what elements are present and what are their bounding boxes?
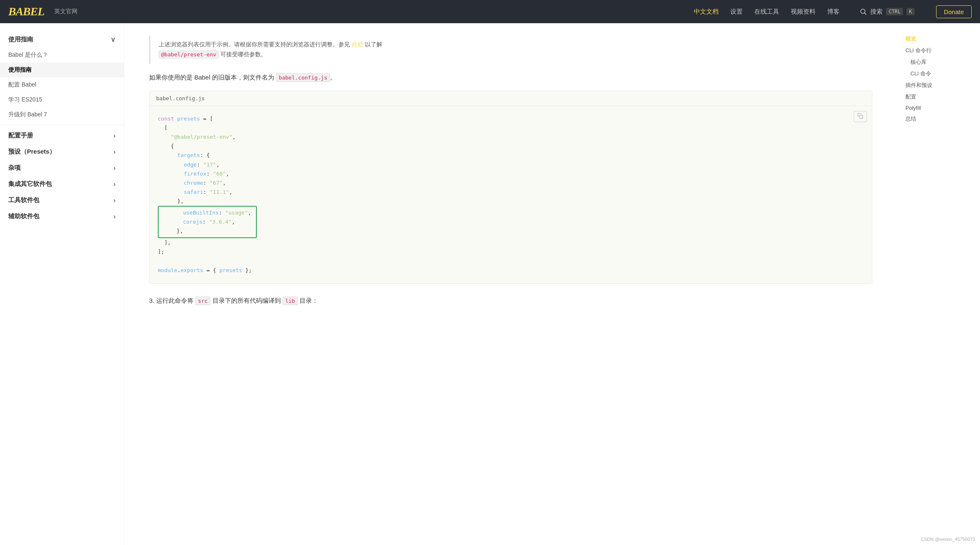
copy-icon (857, 113, 863, 119)
kbd-k: K (906, 8, 914, 15)
sidebar-item-label: 升级到 Babel 7 (8, 111, 47, 118)
paragraph-end: 。 (330, 74, 336, 81)
chevron-right-icon: › (113, 213, 116, 220)
sidebar-section-presets[interactable]: 预设（Presets） › (0, 144, 124, 160)
sidebar-item-label: 使用指南 (8, 66, 31, 74)
highlighted-code: useBuiltIns: "usage", corejs: "3.6.4", }… (164, 208, 251, 236)
english-site-link[interactable]: 英文官网 (54, 8, 77, 15)
toc-item-overview[interactable]: 概览 (901, 33, 976, 45)
sidebar-section-title: 配置手册 (8, 132, 33, 140)
section-3-heading: 3. 运行此命令将 src 目录下的所有代码编译到 lib 目录： (149, 295, 872, 306)
search-icon (859, 8, 867, 15)
kbd-ctrl: CTRL (886, 8, 903, 15)
paragraph-text: 如果你使用的是 Babel 的旧版本，则文件名为 (149, 74, 276, 81)
note-link[interactable]: 此处 (352, 41, 363, 48)
toc-item-summary[interactable]: 总结 (901, 113, 976, 125)
toc-item-polyfill[interactable]: Polyfill (901, 103, 976, 113)
sidebar-section-integrations[interactable]: 集成其它软件包 › (0, 176, 124, 192)
toc-item-config[interactable]: 配置 (901, 91, 976, 103)
svg-point-0 (861, 9, 865, 14)
toc-item-core[interactable]: 核心库 (901, 56, 976, 68)
page-layout: 使用指南 ∨ Babel 是什么？ 使用指南 配置 Babel 学习 ES201… (0, 23, 980, 545)
sidebar-item-label: 学习 ES2015 (8, 96, 42, 104)
nav-link-settings[interactable]: 设置 (730, 8, 743, 16)
section3-end: 目录： (298, 297, 318, 304)
nav-links: 中文文档 设置 在线工具 视频资料 博客 搜索 CTRL K Donate (694, 5, 972, 18)
chevron-right-icon: › (113, 197, 116, 204)
note-text2: 以了解 (363, 41, 382, 48)
sidebar-section-title-guide: 使用指南 (8, 36, 33, 43)
sidebar-section-helpers[interactable]: 辅助软件包 › (0, 208, 124, 224)
code-pre: const presets = [ [ "@babel/preset-env",… (158, 114, 864, 206)
paragraph-old-version: 如果你使用的是 Babel 的旧版本，则文件名为 babel.config.js… (149, 72, 872, 83)
toc-item-plugins-presets[interactable]: 插件和预设 (901, 80, 976, 91)
sidebar-section-guide: 使用指南 ∨ Babel 是什么？ 使用指南 配置 Babel 学习 ES201… (0, 31, 124, 122)
toc-item-cli-command[interactable]: CLI 命令 (901, 68, 976, 80)
svg-rect-2 (859, 115, 863, 118)
section3-code2: lib (282, 297, 298, 305)
chevron-right-icon: › (113, 148, 116, 156)
sidebar-section-title: 集成其它软件包 (8, 180, 52, 188)
code-block-filename: babel.config.js (150, 91, 872, 106)
main-content: 上述浏览器列表仅用于示例。请根据你所需要支持的浏览器进行调整。参见 此处 以了解… (124, 23, 897, 545)
sidebar-item-label: Babel 是什么？ (8, 51, 48, 59)
chevron-right-icon: › (113, 181, 116, 188)
toc-item-cli-cmd[interactable]: CLI 命令行 (901, 45, 976, 56)
nav-link-docs[interactable]: 中文文档 (694, 8, 719, 16)
sidebar-section-header-guide[interactable]: 使用指南 ∨ (0, 31, 124, 48)
code-block-babel-config: babel.config.js const presets = [ [ "@ba… (149, 91, 872, 284)
nav-link-videos[interactable]: 视频资料 (791, 8, 816, 16)
section3-code1: src (195, 297, 210, 305)
code-pre-end: ], ]; module.exports = { presets }; (158, 238, 864, 275)
svg-line-1 (865, 13, 867, 14)
nav-link-blog[interactable]: 博客 (827, 8, 840, 16)
paragraph-inline-code: babel.config.js (276, 73, 330, 82)
highlight-box: useBuiltIns: "usage", corejs: "3.6.4", }… (158, 206, 257, 238)
sidebar-section-title: 杂项 (8, 164, 21, 172)
sidebar-divider-1 (0, 125, 124, 125)
chevron-right-icon: › (113, 164, 116, 172)
copy-button[interactable] (854, 111, 867, 122)
sidebar-item-label: 配置 Babel (8, 81, 36, 89)
code-block-body: const presets = [ [ "@babel/preset-env",… (150, 106, 872, 283)
note-block: 上述浏览器列表仅用于示例。请根据你所需要支持的浏览器进行调整。参见 此处 以了解… (149, 36, 872, 64)
logo[interactable]: BABEL (8, 5, 44, 18)
sidebar-item-usage-guide[interactable]: 使用指南 (0, 63, 124, 77)
note-text: 上述浏览器列表仅用于示例。请根据你所需要支持的浏览器进行调整。参见 (159, 41, 352, 48)
search-label[interactable]: 搜索 (870, 8, 883, 16)
right-toc: 概览 CLI 命令行 核心库 CLI 命令 插件和预设 配置 Polyfill … (901, 29, 976, 129)
note-inline-code: @babel/preset-env (159, 51, 219, 58)
footer-attribution: CSDN @weixin_45750073 (921, 537, 975, 542)
sidebar-section-misc[interactable]: 杂项 › (0, 160, 124, 176)
section3-middle: 目录下的所有代码编译到 (210, 297, 282, 304)
sidebar-item-learn-es2015[interactable]: 学习 ES2015 (0, 92, 124, 107)
sidebar-section-title: 辅助软件包 (8, 212, 39, 220)
sidebar-section-title: 预设（Presets） (8, 148, 56, 156)
sidebar-item-upgrade-babel7[interactable]: 升级到 Babel 7 (0, 107, 124, 122)
sidebar-item-what-is-babel[interactable]: Babel 是什么？ (0, 48, 124, 63)
sidebar: 使用指南 ∨ Babel 是什么？ 使用指南 配置 Babel 学习 ES201… (0, 23, 124, 545)
sidebar-section-config-manual[interactable]: 配置手册 › (0, 128, 124, 144)
sidebar-item-config-babel[interactable]: 配置 Babel (0, 77, 124, 92)
section3-prefix: 3. 运行此命令将 (149, 297, 195, 304)
nav-link-tools[interactable]: 在线工具 (754, 8, 779, 16)
chevron-right-icon: › (113, 132, 116, 140)
chevron-down-icon: ∨ (111, 36, 116, 43)
sidebar-section-title: 工具软件包 (8, 196, 39, 204)
top-nav: BABEL 英文官网 中文文档 设置 在线工具 视频资料 博客 搜索 CTRL … (0, 0, 980, 23)
search-box[interactable]: 搜索 CTRL K (859, 8, 914, 16)
sidebar-section-tools[interactable]: 工具软件包 › (0, 192, 124, 208)
donate-button[interactable]: Donate (936, 5, 972, 18)
note-text3: 可接受哪些参数。 (219, 51, 267, 58)
